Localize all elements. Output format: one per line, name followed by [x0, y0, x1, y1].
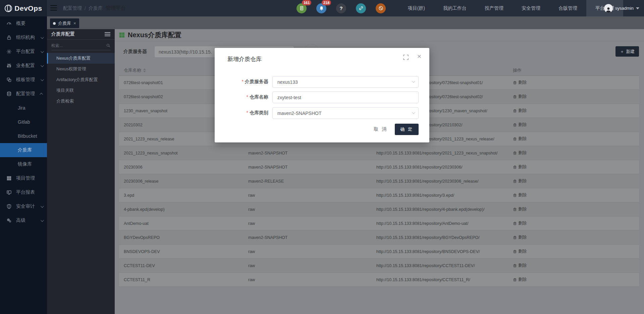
cell-repo-name: 20230306_release — [119, 179, 248, 184]
chevron-down-icon — [41, 78, 44, 81]
cell-repo-type: raw — [248, 193, 376, 198]
user-menu[interactable]: sysadmin — [604, 0, 644, 16]
delete-button[interactable]: 删除 — [513, 150, 527, 156]
delete-button[interactable]: 删除 — [513, 192, 527, 198]
tab-close-icon[interactable]: × — [73, 21, 76, 25]
sidebar-collapse-icon[interactable] — [50, 5, 57, 11]
panel-menu-icon[interactable] — [105, 31, 110, 37]
panel-item[interactable]: Artifactory介质库配置 — [47, 74, 115, 85]
sidebar-subitem[interactable]: Jira — [0, 101, 47, 115]
sidebar-subitem[interactable]: 镜像库 — [0, 157, 47, 171]
delete-button[interactable]: 删除 — [513, 263, 527, 268]
cell-repo-url: http://10.15.15.133:8081/repository/2023… — [376, 165, 513, 170]
tab-active-dot — [53, 22, 56, 25]
delete-button[interactable]: 删除 — [513, 94, 527, 100]
cell-repo-url: http://10.15.15.133:8081/repository/2023… — [376, 179, 513, 184]
delete-button[interactable]: 删除 — [513, 108, 527, 114]
delete-button[interactable]: 删除 — [513, 122, 527, 128]
close-icon[interactable]: × — [417, 53, 421, 60]
delete-button[interactable]: 删除 — [513, 249, 527, 254]
cell-actions: 删除 — [513, 150, 637, 156]
question-icon-button[interactable]: ? — [336, 3, 346, 13]
advanced-icon — [6, 218, 12, 223]
panel-search-input[interactable] — [51, 42, 110, 50]
sidebar-item[interactable]: 平台配置 — [0, 45, 47, 59]
avatar — [604, 4, 613, 13]
open-tab[interactable]: 介质库 × — [50, 18, 79, 28]
add-repository-dialog: 新增介质仓库 × *介质服务器nexus133*仓库名称zxytest-test… — [215, 48, 429, 142]
block-icon-button[interactable] — [376, 3, 386, 13]
cell-repo-type: maven2-SNAPSHOT — [248, 165, 376, 170]
table-row: 3.epdrawhttp://10.15.15.133:8081/reposit… — [119, 188, 639, 202]
delete-button[interactable]: 删除 — [513, 80, 527, 85]
top-nav-item[interactable]: 我的工作台 — [434, 0, 476, 16]
cancel-button[interactable]: 取 消 — [370, 124, 391, 134]
platform-mode-label[interactable]: ◎ 管理平台 — [99, 0, 126, 16]
panel-item[interactable]: Nexus介质库配置 — [47, 53, 115, 64]
panel-header: 介质库配置 — [47, 29, 115, 40]
cell-actions: 删除 — [513, 108, 637, 114]
cell-repo-url: http://10.15.15.133:8081/repository/2021… — [376, 151, 513, 155]
sidebar-item[interactable]: 高级 — [0, 213, 47, 228]
cell-actions: 删除 — [513, 206, 637, 212]
delete-button[interactable]: 删除 — [513, 277, 527, 282]
cell-actions: 删除 — [513, 178, 637, 184]
chevron-down-icon — [412, 111, 415, 114]
app-logo[interactable]: DevOps — [0, 0, 47, 16]
top-nav-item[interactable]: 合版管理 — [549, 0, 586, 16]
cell-repo-name: CCTEST11-DEV — [119, 263, 248, 268]
bell-icon-button[interactable]: 218 — [316, 3, 326, 13]
tag-view-bar: 介质库 × — [47, 16, 644, 29]
create-button[interactable]: ＋ 新建 — [615, 46, 639, 57]
field-select[interactable]: maven2-SNAPSHOT — [272, 107, 419, 119]
table-row: CCTEST11_Rrawhttp://10.15.15.133:8081/re… — [119, 273, 639, 287]
database-icon — [6, 91, 12, 97]
top-nav-item[interactable]: 安全管理 — [513, 0, 549, 16]
cell-actions: 删除 — [513, 221, 637, 226]
sort-icon[interactable] — [143, 68, 146, 72]
top-nav-item[interactable]: 项目(群) — [399, 0, 434, 16]
sidebar-item[interactable]: 项目管理 — [0, 171, 47, 185]
field-label: *仓库名称 — [247, 94, 268, 100]
lock-icon — [6, 35, 12, 40]
panel-item[interactable]: 项目关联 — [47, 85, 115, 96]
panel-title: 介质库配置 — [51, 31, 75, 37]
cell-repo-name: 4-pbank.epd(develop) — [119, 207, 248, 212]
cell-actions: 删除 — [513, 277, 637, 282]
table-row: 20230306maven2-SNAPSHOThttp://10.15.15.1… — [119, 160, 639, 174]
cell-repo-url: http://10.15.15.133:8081/repository/AntD… — [376, 221, 513, 226]
sidebar-subitem[interactable]: Bitbucket — [0, 129, 47, 143]
sidebar-item[interactable]: 平台报表 — [0, 185, 47, 199]
delete-button[interactable]: 删除 — [513, 221, 527, 226]
sidebar-item[interactable]: 安全审计 — [0, 199, 47, 213]
delete-button[interactable]: 删除 — [513, 206, 527, 212]
sidebar-item[interactable]: 业务配置 — [0, 59, 47, 73]
sidebar-item[interactable]: 模板管理 — [0, 73, 47, 87]
link-icon-button[interactable] — [356, 3, 366, 13]
sidebar-item[interactable]: 概要 — [0, 16, 47, 30]
confirm-button[interactable]: 确 定 — [395, 124, 419, 135]
target-icon: ◎ — [99, 5, 104, 11]
field-select[interactable]: nexus133 — [272, 76, 419, 88]
cell-actions: 删除 — [513, 263, 637, 268]
trash-icon — [513, 235, 517, 240]
cell-repo-url: http://10.15.15.133:8081/repository/CCTE… — [376, 263, 513, 268]
delete-button[interactable]: 删除 — [513, 178, 527, 184]
panel-item[interactable]: 介质检索 — [47, 96, 115, 107]
delete-button[interactable]: 删除 — [513, 164, 527, 170]
sidebar-subitem[interactable]: 介质库 — [0, 143, 47, 157]
delete-button[interactable]: 删除 — [513, 235, 527, 240]
field-input[interactable]: zxytest-test — [272, 91, 419, 103]
sidebar-item[interactable]: 配置管理 — [0, 87, 47, 101]
sidebar-subitem[interactable]: Gitlab — [0, 115, 47, 129]
template-icon — [6, 77, 12, 82]
document-icon-button[interactable]: 161 — [297, 3, 307, 13]
cell-actions: 删除 — [513, 94, 637, 100]
sidebar-item[interactable]: 组织机构 — [0, 30, 47, 45]
top-nav-item[interactable]: 投产管理 — [476, 0, 513, 16]
delete-button[interactable]: 删除 — [513, 136, 527, 142]
panel-item[interactable]: Nexus权限管理 — [47, 64, 115, 74]
fullscreen-icon[interactable] — [403, 55, 409, 60]
cell-repo-name: BGYDevOpsREPO — [119, 235, 248, 240]
breadcrumb-item[interactable]: 配置管理 — [63, 5, 82, 11]
